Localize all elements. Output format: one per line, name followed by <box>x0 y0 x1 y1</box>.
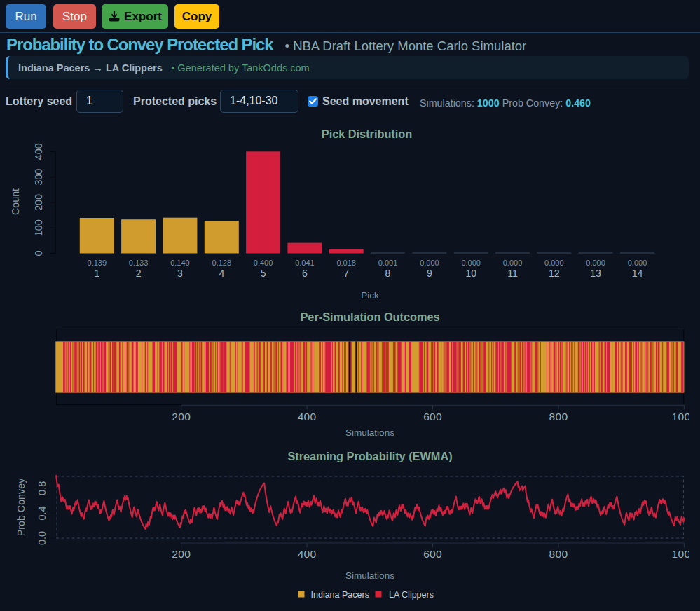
svg-text:0.000: 0.000 <box>544 259 564 267</box>
svg-text:9: 9 <box>427 268 432 279</box>
svg-text:1: 1 <box>94 268 99 279</box>
svg-text:Per-Simulation Outcomes: Per-Simulation Outcomes <box>300 310 439 323</box>
svg-text:7: 7 <box>343 268 349 279</box>
svg-text:10: 10 <box>465 268 476 279</box>
svg-text:Pick Distribution: Pick Distribution <box>322 128 412 140</box>
svg-text:12: 12 <box>549 268 560 279</box>
svg-text:400: 400 <box>298 548 317 560</box>
svg-text:0.041: 0.041 <box>295 259 315 267</box>
svg-text:300: 300 <box>33 169 44 186</box>
svg-text:6: 6 <box>302 268 308 279</box>
svg-text:13: 13 <box>590 268 601 279</box>
svg-text:14: 14 <box>632 268 643 279</box>
svg-text:Indiana Pacers: Indiana Pacers <box>311 590 369 600</box>
svg-text:0.0: 0.0 <box>36 531 48 545</box>
svg-text:Simulations: Simulations <box>345 427 394 438</box>
svg-text:4: 4 <box>219 268 224 279</box>
svg-text:Streaming Probability (EWMA): Streaming Probability (EWMA) <box>287 450 452 462</box>
svg-text:5: 5 <box>261 268 266 279</box>
svg-text:Prob Convey: Prob Convey <box>15 478 27 536</box>
svg-text:800: 800 <box>549 411 568 423</box>
svg-text:0.000: 0.000 <box>586 259 605 267</box>
svg-text:0.133: 0.133 <box>129 259 149 267</box>
svg-text:0.000: 0.000 <box>628 259 647 267</box>
svg-text:Simulations: Simulations <box>345 570 394 581</box>
svg-text:2: 2 <box>136 268 142 279</box>
svg-text:Count: Count <box>10 188 21 215</box>
svg-text:400: 400 <box>33 143 44 160</box>
svg-text:0.000: 0.000 <box>461 259 481 267</box>
svg-text:1000: 1000 <box>672 548 697 560</box>
svg-text:0.8: 0.8 <box>36 481 48 495</box>
svg-text:200: 200 <box>172 411 191 423</box>
svg-text:LA Clippers: LA Clippers <box>389 590 434 600</box>
svg-text:8: 8 <box>385 268 391 279</box>
svg-text:0.140: 0.140 <box>170 259 190 267</box>
svg-text:11: 11 <box>507 268 518 279</box>
svg-text:600: 600 <box>423 411 442 423</box>
svg-text:1000: 1000 <box>672 411 697 423</box>
svg-text:400: 400 <box>298 411 317 423</box>
svg-text:0.400: 0.400 <box>254 259 273 267</box>
svg-text:0.4: 0.4 <box>36 506 48 520</box>
svg-text:0.139: 0.139 <box>88 259 107 267</box>
svg-text:Pick: Pick <box>361 290 379 301</box>
svg-text:0.128: 0.128 <box>212 259 232 267</box>
svg-text:3: 3 <box>177 268 183 279</box>
svg-text:200: 200 <box>172 548 191 560</box>
svg-text:800: 800 <box>549 548 568 560</box>
svg-text:0: 0 <box>33 250 44 256</box>
svg-text:600: 600 <box>423 548 442 560</box>
svg-text:0.000: 0.000 <box>503 259 523 267</box>
svg-text:0.001: 0.001 <box>378 259 398 267</box>
svg-text:0.000: 0.000 <box>420 259 439 267</box>
svg-text:200: 200 <box>33 194 44 211</box>
svg-text:0.018: 0.018 <box>336 259 356 267</box>
svg-text:100: 100 <box>33 219 44 236</box>
